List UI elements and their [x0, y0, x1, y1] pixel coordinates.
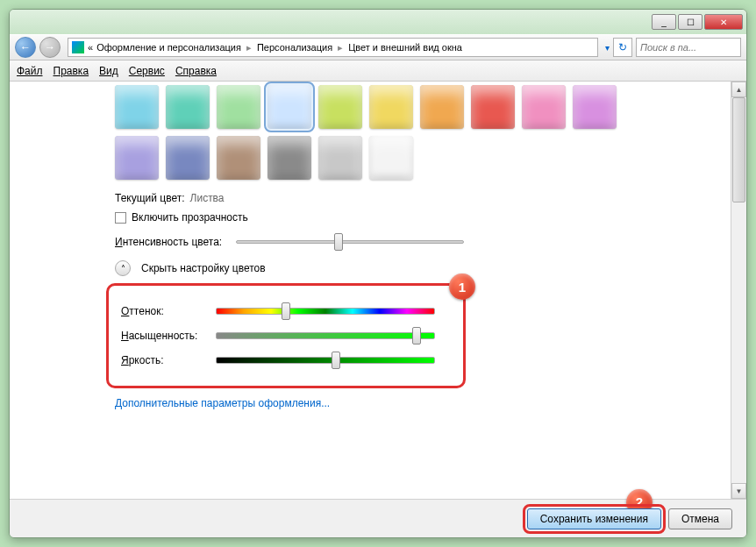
brightness-slider[interactable]: [216, 357, 435, 364]
content-area: Текущий цвет: Листва Включить прозрачнос…: [10, 82, 746, 499]
menu-view[interactable]: Вид: [99, 65, 118, 77]
hue-slider[interactable]: [216, 308, 435, 315]
menu-tools[interactable]: Сервис: [129, 65, 165, 77]
saturation-label: Насыщенность:: [121, 330, 209, 342]
saturation-row: Насыщенность:: [121, 330, 451, 342]
color-swatch[interactable]: [318, 136, 362, 180]
hue-thumb[interactable]: [282, 302, 290, 320]
color-swatch[interactable]: [217, 85, 260, 129]
transparency-row: Включить прозрачность: [115, 211, 713, 224]
breadcrumb[interactable]: « Оформление и персонализация ▸ Персонал…: [68, 38, 598, 57]
brightness-row: Яркость:: [121, 354, 451, 366]
control-panel-icon: [72, 41, 84, 53]
color-swatch[interactable]: [166, 85, 210, 129]
color-swatch[interactable]: [115, 136, 159, 180]
breadcrumb-item[interactable]: Оформление и персонализация: [93, 42, 245, 53]
mixer-toggle-row: ˄ Скрыть настройку цветов: [115, 260, 713, 276]
current-color-label: Текущий цвет:: [115, 192, 185, 204]
current-color-value: Листва: [190, 192, 225, 204]
collapse-button[interactable]: ˄: [115, 260, 131, 276]
vertical-scrollbar[interactable]: ▲ ▼: [731, 82, 746, 499]
color-mixer-panel: 1 Оттенок: Насыщенность: Яркость:: [106, 283, 466, 388]
intensity-label: Интенсивность цвета:: [115, 236, 229, 248]
hue-label: Оттенок:: [121, 305, 209, 317]
brightness-thumb[interactable]: [332, 352, 340, 369]
intensity-slider[interactable]: [236, 240, 464, 244]
color-swatch[interactable]: [573, 85, 617, 129]
close-button[interactable]: ✕: [704, 14, 743, 30]
color-swatch[interactable]: [369, 85, 413, 129]
back-button[interactable]: ←: [15, 37, 36, 58]
color-swatch[interactable]: [166, 136, 210, 180]
search-input[interactable]: [636, 38, 741, 57]
scroll-thumb[interactable]: [732, 97, 745, 202]
titlebar: _ ☐ ✕: [10, 10, 746, 34]
color-swatch[interactable]: [217, 136, 260, 180]
save-button[interactable]: Сохранить изменения: [527, 508, 661, 529]
minimize-button[interactable]: _: [652, 14, 676, 30]
footer: 2 Сохранить изменения Отмена: [10, 499, 746, 537]
window: _ ☐ ✕ ← → « Оформление и персонализация …: [9, 9, 747, 538]
menu-edit[interactable]: Правка: [53, 65, 89, 77]
hue-row: Оттенок:: [121, 305, 451, 317]
callout-badge-1: 1: [449, 274, 475, 300]
menu-help[interactable]: Справка: [175, 65, 217, 77]
transparency-checkbox[interactable]: [115, 212, 126, 224]
refresh-button[interactable]: ↻: [613, 38, 632, 57]
saturation-slider[interactable]: [216, 332, 435, 339]
breadcrumb-item[interactable]: Персонализация: [253, 42, 336, 53]
chevron-right-icon: ▸: [336, 42, 345, 53]
forward-button[interactable]: →: [39, 37, 61, 58]
cancel-button[interactable]: Отмена: [668, 508, 732, 529]
color-swatch[interactable]: [267, 85, 311, 129]
transparency-label: Включить прозрачность: [132, 211, 248, 224]
brightness-label: Яркость:: [121, 354, 209, 366]
breadcrumb-item[interactable]: Цвет и внешний вид окна: [345, 42, 466, 53]
color-swatch[interactable]: [267, 136, 311, 180]
navigation-bar: ← → « Оформление и персонализация ▸ Перс…: [10, 34, 746, 60]
scroll-up-icon[interactable]: ▲: [731, 82, 746, 97]
scroll-down-icon[interactable]: ▼: [731, 483, 746, 499]
mixer-toggle-label[interactable]: Скрыть настройку цветов: [141, 262, 266, 274]
color-swatch[interactable]: [522, 85, 566, 129]
intensity-row: Интенсивность цвета:: [115, 236, 713, 248]
current-color-row: Текущий цвет: Листва: [115, 192, 713, 204]
color-swatches: [115, 85, 659, 180]
color-swatch[interactable]: [420, 85, 464, 129]
dropdown-icon[interactable]: ▾: [605, 43, 610, 53]
color-swatch[interactable]: [115, 85, 159, 129]
color-swatch[interactable]: [318, 85, 362, 129]
color-swatch[interactable]: [369, 136, 413, 180]
menu-file[interactable]: Файл: [17, 65, 43, 77]
chevron-right-icon: ▸: [245, 42, 253, 53]
saturation-thumb[interactable]: [412, 327, 421, 345]
menu-bar: Файл Правка Вид Сервис Справка: [10, 60, 746, 82]
intensity-thumb[interactable]: [334, 233, 343, 251]
maximize-button[interactable]: ☐: [678, 14, 703, 30]
advanced-appearance-link[interactable]: Дополнительные параметры оформления...: [115, 397, 713, 409]
color-swatch[interactable]: [471, 85, 515, 129]
